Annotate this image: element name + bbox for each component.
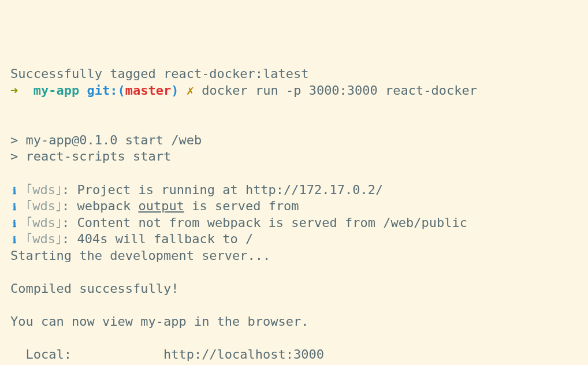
- blank-line: [10, 265, 578, 281]
- wds-msg: : webpack: [62, 199, 138, 213]
- wds-tag: ｢wds｣: [26, 182, 62, 197]
- local-url-line: Local: http://localhost:3000: [10, 347, 578, 363]
- wds-msg: : 404s will fallback to /: [62, 232, 253, 246]
- compiled-line: Compiled successfully!: [10, 281, 578, 297]
- wds-line: ℹ ｢wds｣: webpack output is served from: [10, 198, 578, 215]
- wds-tag: ｢wds｣: [26, 199, 62, 213]
- wds-line: ℹ ｢wds｣: Project is running at http://17…: [10, 182, 578, 199]
- prompt-line: ➜ my-app git:(master) ✗ docker run -p 30…: [10, 83, 578, 99]
- prompt-git: git:: [87, 83, 117, 98]
- starting-line: Starting the development server...: [10, 248, 578, 265]
- output-line: Successfully tagged react-docker:latest: [10, 66, 578, 83]
- blank-line: [10, 116, 578, 132]
- npm-line: > my-app@0.1.0 start /web: [10, 132, 578, 149]
- prompt-paren-open: (: [117, 83, 125, 98]
- info-icon: ℹ: [10, 234, 18, 247]
- view-line: You can now view my-app in the browser.: [10, 314, 578, 330]
- info-icon: ℹ: [10, 185, 18, 198]
- wds-msg: : Project is running at http://172.17.0.…: [62, 182, 383, 197]
- info-icon: ℹ: [10, 202, 18, 214]
- blank-line: [10, 165, 578, 182]
- prompt-dirty-icon: ✗: [187, 83, 194, 98]
- wds-msg: : Content not from webpack is served fro…: [62, 215, 467, 230]
- prompt-arrow-icon: ➜: [10, 83, 18, 98]
- blank-line: [10, 297, 578, 314]
- npm-line: > react-scripts start: [10, 148, 578, 165]
- wds-tag: ｢wds｣: [26, 215, 62, 230]
- prompt-branch: master: [125, 83, 171, 98]
- info-icon: ℹ: [10, 218, 18, 230]
- blank-line: [10, 330, 578, 347]
- wds-line: ℹ ｢wds｣: Content not from webpack is ser…: [10, 215, 578, 232]
- wds-line: ℹ ｢wds｣: 404s will fallback to /: [10, 231, 578, 248]
- wds-tag: ｢wds｣: [26, 232, 62, 246]
- wds-msg: is served from: [184, 199, 307, 213]
- prompt-dir: my-app: [34, 83, 79, 98]
- command-text[interactable]: docker run -p 3000:3000 react-docker: [202, 83, 477, 98]
- wds-output-word: output: [138, 199, 184, 213]
- blank-line: [10, 99, 578, 116]
- prompt-paren-close: ): [171, 83, 178, 98]
